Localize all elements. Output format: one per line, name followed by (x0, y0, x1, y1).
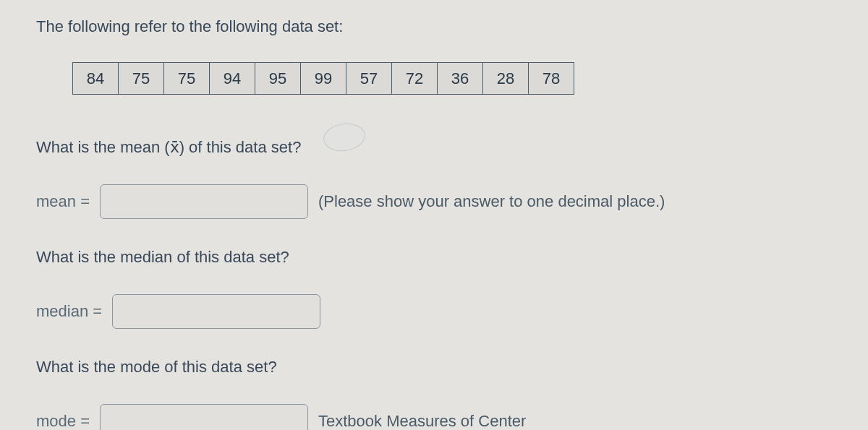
mode-input[interactable] (100, 404, 308, 430)
textbook-link[interactable]: Textbook Measures of Center (318, 412, 526, 430)
data-cell: 72 (392, 63, 438, 95)
data-cell: 57 (346, 63, 392, 95)
mean-label: mean = (36, 192, 90, 211)
mean-input[interactable] (100, 184, 308, 219)
data-cell: 75 (164, 63, 210, 95)
question-mean: What is the mean (x̄) of this data set? (36, 138, 832, 157)
mode-label: mode = (36, 412, 90, 430)
data-cell: 94 (210, 63, 255, 95)
data-cell: 78 (529, 63, 574, 95)
question-mode: What is the mode of this data set? (36, 358, 832, 377)
question-mean-text: What is the mean (x̄) of this data set? (36, 138, 301, 156)
data-cell: 84 (73, 63, 119, 95)
data-cell: 99 (301, 63, 346, 95)
median-input[interactable] (112, 294, 320, 329)
data-cell: 28 (483, 63, 529, 95)
data-cell: 36 (438, 63, 483, 95)
mean-hint: (Please show your answer to one decimal … (318, 192, 665, 211)
intro-text: The following refer to the following dat… (36, 17, 832, 36)
cursor-artifact (322, 121, 367, 154)
data-cell: 95 (255, 63, 301, 95)
question-median: What is the median of this data set? (36, 248, 832, 267)
data-table: 8475759495995772362878 (72, 62, 574, 95)
median-label: median = (36, 302, 102, 321)
data-cell: 75 (119, 63, 164, 95)
